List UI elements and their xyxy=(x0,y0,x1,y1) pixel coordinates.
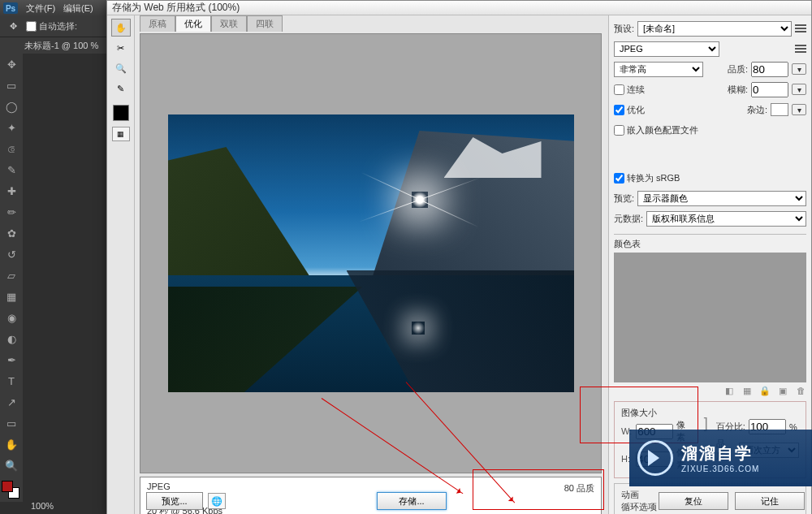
crop-tool-icon[interactable]: ⟃ xyxy=(2,139,21,158)
eraser-tool-icon[interactable]: ▱ xyxy=(2,266,21,285)
constrain-link-icon[interactable]: ] xyxy=(704,419,708,427)
tab-optimized[interactable]: 优化 xyxy=(175,15,211,32)
watermark-overlay: 溜溜自学 ZIXUE.3D66.COM xyxy=(629,430,812,486)
progressive-checkbox[interactable]: 连续 xyxy=(614,84,645,96)
ct-lock-icon[interactable]: 🔒 xyxy=(759,386,771,395)
quality-slider-icon[interactable]: ▾ xyxy=(792,63,806,75)
tab-4up[interactable]: 四联 xyxy=(247,15,283,32)
marquee-tool-icon[interactable]: ▭ xyxy=(2,76,21,95)
ct-map-icon[interactable]: ▦ xyxy=(741,386,753,395)
quality-label: 品质: xyxy=(728,63,748,76)
metadata-select[interactable]: 版权和联系信息 xyxy=(646,211,806,227)
status-zoom: 100% xyxy=(31,501,54,511)
play-icon xyxy=(637,440,673,476)
zoom-tool-icon[interactable]: 🔍 xyxy=(2,456,21,475)
eyedropper-tool-icon[interactable]: ✎ xyxy=(111,80,131,97)
slice-visibility-toggle[interactable]: ▦ xyxy=(112,127,130,141)
tab-2up[interactable]: 双联 xyxy=(211,15,247,32)
path-tool-icon[interactable]: ↗ xyxy=(2,392,21,412)
embed-profile-checkbox[interactable]: 嵌入颜色配置文件 xyxy=(614,124,698,136)
convert-srgb-checkbox[interactable]: 转换为 sRGB xyxy=(614,172,680,184)
preview-canvas[interactable] xyxy=(140,33,602,473)
preset-menu-icon[interactable] xyxy=(795,24,806,33)
watermark-url: ZIXUE.3D66.COM xyxy=(681,464,759,473)
matte-label: 杂边: xyxy=(747,104,767,116)
save-button[interactable]: 存储... xyxy=(377,492,447,510)
shape-tool-icon[interactable]: ▭ xyxy=(2,413,21,433)
color-table-actions: ◧ ▦ 🔒 ▣ 🗑 xyxy=(614,385,806,396)
info-quality-readout: 80 品质 xyxy=(564,482,594,495)
pen-tool-icon[interactable]: ✒ xyxy=(2,350,21,369)
hand-tool-icon[interactable]: ✋ xyxy=(111,19,131,37)
blur-label: 模糊: xyxy=(728,84,748,96)
ct-new-icon[interactable]: ▣ xyxy=(777,386,788,395)
dialog-toolbar: ✋ ✂ 🔍 ✎ ▦ xyxy=(107,15,135,514)
optimize-menu-icon[interactable] xyxy=(795,44,806,54)
brush-tool-icon[interactable]: ✏ xyxy=(2,202,21,222)
preview-button[interactable]: 预览... xyxy=(146,492,203,510)
slice-tool-icon[interactable]: ✂ xyxy=(111,39,131,57)
dodge-tool-icon[interactable]: ◐ xyxy=(2,329,21,348)
blur-input[interactable] xyxy=(751,82,788,97)
matte-dropdown-icon[interactable]: ▾ xyxy=(792,104,806,115)
ps-logo-icon: Ps xyxy=(3,2,18,14)
animation-legend: 动画 xyxy=(621,490,639,499)
remember-button[interactable]: 记住 xyxy=(735,492,805,510)
info-format: JPEG xyxy=(147,481,222,493)
menu-file[interactable]: 文件(F) xyxy=(26,2,55,15)
format-select[interactable]: JPEG xyxy=(614,41,719,57)
metadata-label: 元数据: xyxy=(614,213,643,225)
gradient-tool-icon[interactable]: ▦ xyxy=(2,287,21,306)
color-swatch[interactable] xyxy=(0,479,23,502)
ct-trash-icon[interactable]: 🗑 xyxy=(795,386,806,395)
image-size-legend: 图像大小 xyxy=(621,408,657,417)
optimized-checkbox[interactable]: 优化 xyxy=(614,104,645,116)
compression-select[interactable]: 非常高 xyxy=(614,62,703,77)
tab-original[interactable]: 原稿 xyxy=(140,15,175,32)
preset-select[interactable]: [未命名] xyxy=(637,21,792,37)
dialog-titlebar[interactable]: 存储为 Web 所用格式 (100%) xyxy=(107,1,811,15)
ps-toolbar: ✥ ▭ ◯ ✦ ⟃ ✎ ✚ ✏ ✿ ↺ ▱ ▦ ◉ ◐ ✒ T ↗ ▭ ✋ 🔍 xyxy=(0,54,23,502)
preset-label: 预设: xyxy=(614,23,634,35)
ps-status-bar: 100% xyxy=(23,498,54,514)
auto-select-checkbox[interactable]: 自动选择: xyxy=(26,20,77,32)
watermark-brand: 溜溜自学 xyxy=(681,443,759,464)
auto-select-label: 自动选择: xyxy=(39,20,77,32)
blur-slider-icon[interactable]: ▾ xyxy=(792,84,806,95)
convert-srgb-label: 转换为 sRGB xyxy=(627,172,680,184)
browser-preview-icon[interactable]: 🌐 xyxy=(208,493,226,509)
hand-tool-icon[interactable]: ✋ xyxy=(2,434,21,454)
menu-edit[interactable]: 编辑(E) xyxy=(63,2,93,15)
quality-input[interactable] xyxy=(751,62,788,77)
move-tool-icon[interactable]: ✥ xyxy=(5,19,21,35)
preview-mode-select[interactable]: 显示器颜色 xyxy=(637,191,806,206)
blur-tool-icon[interactable]: ◉ xyxy=(2,308,21,327)
zoom-tool-icon[interactable]: 🔍 xyxy=(111,59,131,77)
preview-mode-label: 预览: xyxy=(614,192,634,205)
embed-profile-label: 嵌入颜色配置文件 xyxy=(627,124,698,136)
optimized-label: 优化 xyxy=(627,104,645,116)
lasso-tool-icon[interactable]: ◯ xyxy=(2,97,21,116)
preview-tabs: 原稿 优化 双联 四联 xyxy=(135,15,608,32)
ct-shift-icon[interactable]: ◧ xyxy=(723,386,735,395)
preview-image xyxy=(168,114,574,392)
stamp-tool-icon[interactable]: ✿ xyxy=(2,223,21,243)
type-tool-icon[interactable]: T xyxy=(2,371,21,391)
reset-button[interactable]: 复位 xyxy=(659,492,728,510)
matte-swatch[interactable] xyxy=(771,103,788,116)
loop-label: 循环选项 xyxy=(621,501,657,513)
color-table-label: 颜色表 xyxy=(614,238,806,250)
history-brush-tool-icon[interactable]: ↺ xyxy=(2,244,21,264)
wand-tool-icon[interactable]: ✦ xyxy=(2,118,21,137)
eyedropper-tool-icon[interactable]: ✎ xyxy=(2,160,21,179)
preview-area: 原稿 优化 双联 四联 JPEG 103.5K xyxy=(135,15,608,514)
heal-tool-icon[interactable]: ✚ xyxy=(2,181,21,201)
color-table[interactable] xyxy=(614,253,806,382)
progressive-label: 连续 xyxy=(627,84,645,96)
sample-color-swatch[interactable] xyxy=(113,105,129,121)
move-tool-icon[interactable]: ✥ xyxy=(2,54,21,74)
